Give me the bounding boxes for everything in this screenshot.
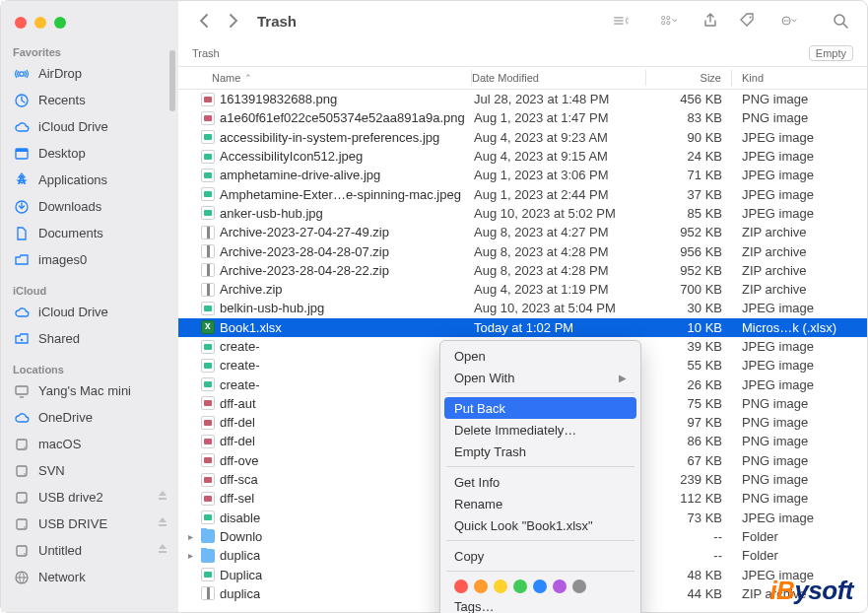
file-row[interactable]: belkin-usb-hub.jpgAug 10, 2023 at 5:04 P… bbox=[178, 299, 867, 317]
nav-forward-button[interactable] bbox=[222, 10, 243, 32]
tag-color-dot[interactable] bbox=[494, 579, 507, 593]
path-breadcrumb[interactable]: Trash bbox=[192, 47, 220, 59]
action-menu-button[interactable] bbox=[774, 10, 804, 32]
file-size: 952 KB bbox=[647, 263, 732, 278]
sidebar-item-svn[interactable]: SVN bbox=[1, 457, 178, 484]
file-kind: Folder bbox=[732, 548, 867, 563]
file-row[interactable]: accessibility-in-system-preferences.jpgA… bbox=[178, 128, 867, 147]
sidebar-item-yang-s-mac-mini[interactable]: Yang's Mac mini bbox=[1, 377, 178, 404]
tag-color-dot[interactable] bbox=[553, 579, 567, 593]
folder-file-icon bbox=[200, 548, 216, 564]
eject-icon[interactable] bbox=[157, 490, 168, 505]
tag-color-dot[interactable] bbox=[454, 579, 468, 593]
disclosure-icon[interactable]: ▸ bbox=[184, 550, 196, 561]
sidebar-item-documents[interactable]: Documents bbox=[1, 220, 178, 246]
menu-item-tags[interactable]: Tags… bbox=[440, 595, 640, 613]
sidebar-item-shared[interactable]: Shared bbox=[1, 325, 178, 352]
nav-back-button[interactable] bbox=[194, 10, 216, 32]
file-size: 90 KB bbox=[647, 130, 732, 145]
zip-file-icon bbox=[200, 243, 216, 259]
menu-item-label: Copy bbox=[454, 549, 484, 564]
doc-icon bbox=[13, 225, 31, 242]
file-name: Book1.xlsx bbox=[220, 320, 282, 335]
menu-item-delete-immediately-[interactable]: Delete Immediately… bbox=[440, 419, 640, 441]
sidebar-item-untitled[interactable]: Untitled bbox=[1, 537, 178, 564]
cloud-icon bbox=[13, 409, 31, 427]
menu-item-put-back[interactable]: Put Back bbox=[444, 397, 636, 419]
menu-item-quick-look-book1-xlsx-[interactable]: Quick Look "Book1.xlsx" bbox=[440, 514, 640, 536]
svg-point-6 bbox=[21, 338, 23, 340]
jpeg-file-icon bbox=[200, 376, 216, 392]
file-row[interactable]: 1613919832688.pngJul 28, 2023 at 1:48 PM… bbox=[178, 90, 867, 108]
menu-item-open-with[interactable]: Open With▶ bbox=[440, 367, 640, 388]
file-row[interactable]: Book1.xlsxToday at 1:02 PM10 KBMicros…k … bbox=[178, 318, 867, 337]
empty-trash-button[interactable]: Empty bbox=[809, 45, 853, 61]
close-window-button[interactable] bbox=[15, 17, 27, 29]
file-row[interactable]: AccessibilityIcon512.jpegAug 4, 2023 at … bbox=[178, 147, 867, 166]
file-kind: Folder bbox=[732, 529, 867, 544]
tag-color-dot[interactable] bbox=[572, 579, 586, 593]
file-row[interactable]: anker-usb-hub.jpgAug 10, 2023 at 5:02 PM… bbox=[178, 204, 867, 223]
sidebar-item-airdrop[interactable]: AirDrop bbox=[1, 60, 178, 87]
sidebar-item-label: Applications bbox=[38, 172, 107, 187]
disclosure-icon[interactable]: ▸ bbox=[184, 531, 196, 542]
file-row[interactable]: Archive-2023-28-04-28-22.zipAug 8, 2023 … bbox=[178, 261, 867, 280]
view-mode-button[interactable] bbox=[605, 10, 638, 32]
file-row[interactable]: Amphetamine-Exter…e-spinning-mac.jpegAug… bbox=[178, 184, 867, 203]
file-date: Aug 1, 2023 at 3:06 PM bbox=[474, 168, 647, 182]
column-header-date[interactable]: Date Modified bbox=[472, 72, 645, 84]
eject-icon[interactable] bbox=[157, 516, 168, 531]
file-kind: ZIP archive bbox=[732, 225, 867, 239]
menu-separator bbox=[446, 466, 634, 467]
sidebar-item-network[interactable]: Network bbox=[1, 564, 178, 590]
sidebar-item-macos[interactable]: macOS bbox=[1, 431, 178, 457]
sidebar-item-desktop[interactable]: Desktop bbox=[1, 140, 178, 167]
column-header-kind[interactable]: Kind bbox=[732, 72, 867, 84]
column-header-size[interactable]: Size bbox=[646, 72, 731, 84]
file-row[interactable]: a1e60f61ef022ce505374e52aa891a9a.pngAug … bbox=[178, 108, 867, 127]
menu-item-copy[interactable]: Copy bbox=[440, 545, 640, 567]
tags-button[interactable] bbox=[737, 10, 759, 32]
file-kind: PNG image bbox=[732, 434, 867, 448]
file-kind: JPEG image bbox=[732, 206, 867, 221]
file-row[interactable]: Archive-2023-28-04-28-07.zipAug 8, 2023 … bbox=[178, 241, 867, 260]
sidebar-item-usb-drive2[interactable]: USB drive2 bbox=[1, 484, 178, 511]
maximize-window-button[interactable] bbox=[54, 17, 66, 29]
file-name: disable bbox=[220, 511, 260, 525]
sidebar-item-usb-drive[interactable]: USB DRIVE bbox=[1, 511, 178, 537]
menu-item-open[interactable]: Open bbox=[440, 345, 640, 367]
file-row[interactable]: amphetamine-drive-alive.jpgAug 1, 2023 a… bbox=[178, 166, 867, 184]
desktop-icon bbox=[13, 145, 31, 163]
menu-item-label: Rename bbox=[454, 497, 502, 511]
menu-item-get-info[interactable]: Get Info bbox=[440, 471, 640, 493]
sidebar-item-recents[interactable]: Recents bbox=[1, 87, 178, 113]
file-name: Archive.zip bbox=[220, 282, 283, 297]
group-by-button[interactable] bbox=[654, 10, 684, 32]
eject-icon[interactable] bbox=[157, 543, 168, 558]
svg-rect-22 bbox=[667, 22, 670, 25]
menu-item-rename[interactable]: Rename bbox=[440, 493, 640, 514]
sidebar-item-downloads[interactable]: Downloads bbox=[1, 193, 178, 220]
sidebar-item-icloud-drive[interactable]: iCloud Drive bbox=[1, 299, 178, 325]
share-button[interactable] bbox=[700, 10, 721, 32]
sidebar-scrollbar-thumb[interactable] bbox=[169, 50, 175, 111]
tag-color-dot[interactable] bbox=[513, 579, 527, 593]
sidebar-item-images0[interactable]: images0 bbox=[1, 246, 178, 273]
sidebar-item-icloud-drive[interactable]: iCloud Drive bbox=[1, 113, 178, 140]
minimize-window-button[interactable] bbox=[34, 17, 46, 29]
tag-color-dot[interactable] bbox=[474, 579, 488, 593]
sidebar-item-label: USB DRIVE bbox=[38, 516, 107, 531]
file-date: Aug 8, 2023 at 4:28 PM bbox=[474, 263, 647, 278]
file-row[interactable]: Archive-2023-27-04-27-49.zipAug 8, 2023 … bbox=[178, 223, 867, 241]
file-row[interactable]: Archive.zipAug 4, 2023 at 1:19 PM700 KBZ… bbox=[178, 280, 867, 299]
menu-separator bbox=[446, 392, 634, 393]
sidebar-item-applications[interactable]: AApplications bbox=[1, 167, 178, 193]
tag-color-dot[interactable] bbox=[533, 579, 547, 593]
search-button[interactable] bbox=[830, 10, 851, 32]
svg-rect-3 bbox=[16, 149, 28, 152]
png-file-icon bbox=[200, 491, 216, 507]
column-header-name[interactable]: Name⌃ bbox=[178, 72, 471, 84]
sidebar-item-onedrive[interactable]: OneDrive bbox=[1, 404, 178, 431]
menu-item-empty-trash[interactable]: Empty Trash bbox=[440, 441, 640, 462]
file-size: 97 KB bbox=[647, 415, 732, 430]
